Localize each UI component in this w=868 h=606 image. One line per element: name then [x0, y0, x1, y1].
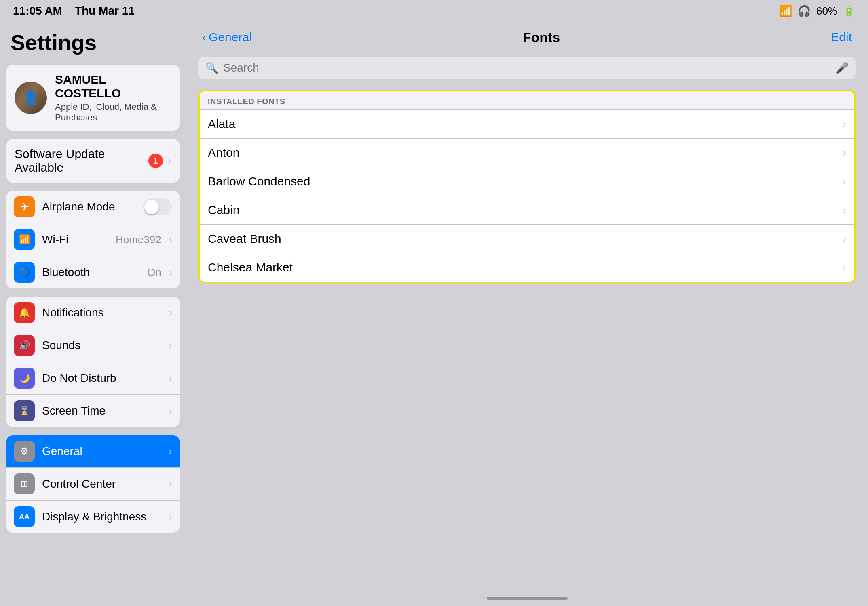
profile-card[interactable]: 👤 SAMUEL COSTELLO Apple ID, iCloud, Medi… — [6, 65, 180, 131]
controlcenter-label: Control Center — [42, 478, 116, 490]
headphones-icon: 🎧 — [798, 5, 811, 17]
sounds-content: Sounds — [42, 339, 161, 352]
airplane-content: Airplane Mode — [42, 198, 172, 215]
sidebar: Settings 👤 SAMUEL COSTELLO Apple ID, iCl… — [0, 22, 186, 606]
screentime-chevron: › — [169, 404, 172, 417]
bluetooth-icon: 🔵 — [14, 262, 35, 283]
airplane-icon: ✈ — [14, 196, 35, 217]
font-item-cabin[interactable]: Cabin › — [200, 196, 854, 224]
sidebar-item-controlcenter[interactable]: ⊞ Control Center › — [6, 468, 180, 501]
bluetooth-label: Bluetooth — [42, 266, 90, 279]
donotdisturb-content: Do Not Disturb — [42, 372, 161, 385]
screentime-label: Screen Time — [42, 404, 106, 417]
font-name-chelsea-market: Chelsea Market — [208, 261, 293, 274]
nav-edit-button[interactable]: Edit — [831, 30, 852, 44]
font-chevron-chelsea-market: › — [843, 261, 846, 274]
font-item-caveat-brush[interactable]: Caveat Brush › — [200, 224, 854, 253]
nav-back-button[interactable]: ‹ General — [202, 30, 252, 44]
donotdisturb-icon: 🌙 — [14, 368, 35, 389]
search-input[interactable] — [223, 61, 831, 74]
airplane-toggle[interactable] — [143, 198, 172, 215]
font-chevron-caveat-brush: › — [843, 233, 846, 245]
home-indicator — [186, 590, 868, 606]
airplane-label: Airplane Mode — [42, 200, 115, 213]
nav-back-label: General — [209, 30, 252, 44]
status-time: 11:05 AM — [13, 4, 62, 17]
sidebar-item-wifi[interactable]: 📶 Wi-Fi Home392 › — [6, 223, 180, 256]
sounds-label: Sounds — [42, 339, 80, 352]
general-chevron: › — [169, 445, 172, 458]
wifi-chevron: › — [169, 233, 172, 246]
search-icon: 🔍 — [205, 62, 218, 74]
sidebar-item-screentime[interactable]: ⌛ Screen Time › — [6, 395, 180, 427]
settings-group-notifications: 🔔 Notifications › 🔊 Sounds › 🌙 Do Not Di… — [6, 297, 180, 427]
wifi-icon: 📶 — [779, 5, 792, 17]
avatar: 👤 — [15, 82, 47, 114]
controlcenter-chevron: › — [169, 478, 172, 490]
fonts-content: INSTALLED FONTS Alata › Anton › Barlow C… — [186, 86, 868, 590]
bluetooth-value: On — [147, 266, 161, 279]
sidebar-item-donotdisturb[interactable]: 🌙 Do Not Disturb › — [6, 362, 180, 395]
software-update-label: Software Update Available — [15, 147, 148, 175]
font-name-barlow-condensed: Barlow Condensed — [208, 175, 310, 188]
sidebar-item-bluetooth[interactable]: 🔵 Bluetooth On › — [6, 256, 180, 288]
sounds-icon: 🔊 — [14, 335, 35, 356]
controlcenter-content: Control Center — [42, 478, 161, 490]
software-update-card[interactable]: Software Update Available 1 › — [6, 139, 180, 183]
screentime-content: Screen Time — [42, 404, 161, 417]
battery-icon: 🔋 — [843, 5, 855, 17]
font-name-alata: Alata — [208, 117, 235, 131]
profile-info: SAMUEL COSTELLO Apple ID, iCloud, Media … — [55, 73, 171, 123]
general-icon: ⚙ — [14, 441, 35, 462]
font-chevron-cabin: › — [843, 204, 846, 217]
general-label: General — [42, 445, 82, 458]
font-item-barlow-condensed[interactable]: Barlow Condensed › — [200, 167, 854, 196]
sidebar-item-displaybrightness[interactable]: AA Display & Brightness › — [6, 501, 180, 533]
search-bar[interactable]: 🔍 🎤 — [198, 57, 856, 79]
bluetooth-content: Bluetooth On — [42, 266, 161, 279]
font-item-alata[interactable]: Alata › — [200, 109, 854, 138]
software-update-badge: 1 — [148, 154, 163, 168]
status-bar: 11:05 AM Thu Mar 11 📶 🎧 60% 🔋 — [0, 0, 868, 22]
back-chevron-icon: ‹ — [202, 30, 206, 44]
profile-subtitle: Apple ID, iCloud, Media & Purchases — [55, 102, 171, 123]
sidebar-item-general[interactable]: ⚙ General › — [6, 435, 180, 468]
sidebar-item-notifications[interactable]: 🔔 Notifications › — [6, 297, 180, 329]
mic-icon[interactable]: 🎤 — [836, 62, 849, 74]
font-item-chelsea-market[interactable]: Chelsea Market › — [200, 253, 854, 282]
settings-group-connectivity: ✈ Airplane Mode 📶 Wi-Fi Home392 › 🔵 — [6, 191, 180, 288]
sidebar-item-airplane[interactable]: ✈ Airplane Mode — [6, 191, 180, 223]
displaybrightness-chevron: › — [169, 510, 172, 523]
donotdisturb-chevron: › — [169, 372, 172, 385]
installed-fonts-section: INSTALLED FONTS Alata › Anton › Barlow C… — [198, 90, 856, 283]
wifi-content: Wi-Fi Home392 — [42, 233, 161, 246]
right-panel: ‹ General Fonts Edit 🔍 🎤 INSTALLED FONTS… — [186, 22, 868, 606]
displaybrightness-label: Display & Brightness — [42, 510, 146, 523]
font-item-anton[interactable]: Anton › — [200, 138, 854, 167]
home-bar — [487, 597, 568, 600]
wifi-value: Home392 — [116, 234, 161, 246]
status-date: Thu Mar 11 — [75, 4, 135, 17]
notifications-label: Notifications — [42, 306, 104, 319]
sounds-chevron: › — [169, 339, 172, 352]
settings-group-general: ⚙ General › ⊞ Control Center › AA Displa… — [6, 435, 180, 533]
font-name-anton: Anton — [208, 146, 239, 160]
font-name-caveat-brush: Caveat Brush — [208, 232, 281, 246]
displaybrightness-content: Display & Brightness — [42, 510, 161, 523]
status-icons: 📶 🎧 60% 🔋 — [779, 5, 855, 17]
font-chevron-anton: › — [843, 147, 846, 159]
displaybrightness-icon: AA — [14, 506, 35, 527]
software-update-chevron: › — [168, 154, 171, 167]
font-name-cabin: Cabin — [208, 203, 239, 217]
controlcenter-icon: ⊞ — [14, 473, 35, 494]
font-chevron-barlow-condensed: › — [843, 175, 846, 188]
nav-header: ‹ General Fonts Edit — [186, 22, 868, 53]
wifi-label: Wi-Fi — [42, 233, 68, 246]
general-content: General — [42, 445, 161, 458]
sidebar-item-sounds[interactable]: 🔊 Sounds › — [6, 329, 180, 362]
bluetooth-chevron: › — [169, 266, 172, 279]
avatar-image: 👤 — [15, 82, 47, 114]
airplane-toggle-knob — [144, 200, 159, 214]
notifications-content: Notifications — [42, 306, 161, 319]
donotdisturb-label: Do Not Disturb — [42, 372, 116, 385]
